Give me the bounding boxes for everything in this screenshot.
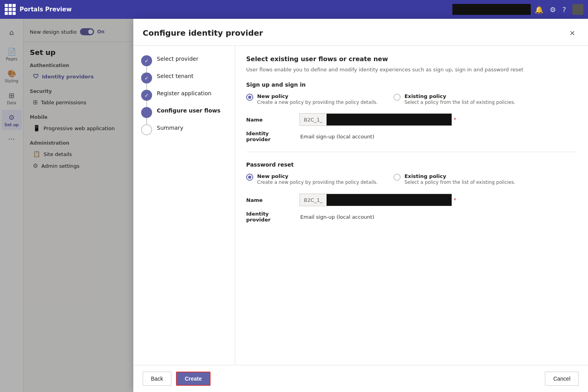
step5-circle xyxy=(141,124,152,135)
main-layout: ⌂ 📄 Pages 🎨 Styling ⊞ Data ⚙ Set up ··· … xyxy=(0,19,588,392)
step2-circle: ✓ xyxy=(141,73,152,83)
password-new-policy-label: New policy xyxy=(257,173,378,179)
password-name-row: Name B2C_1_ * xyxy=(246,194,577,206)
password-existing-policy-radio[interactable] xyxy=(394,174,401,181)
signup-name-prefix: B2C_1_ xyxy=(299,113,327,126)
signup-section-heading: Sign up and sign in xyxy=(246,82,577,88)
signup-identity-provider-value: Email sign-up (local account) xyxy=(299,134,374,140)
modal-title: Configure identity provider xyxy=(143,28,263,38)
signup-existing-policy-radio[interactable] xyxy=(394,94,401,101)
signup-existing-policy-text: Existing policy Select a policy from the… xyxy=(405,93,515,106)
password-new-policy-desc: Create a new policy by providing the pol… xyxy=(257,179,378,186)
signup-name-required: * xyxy=(454,116,456,123)
back-button[interactable]: Back xyxy=(143,372,171,386)
password-identity-provider-label: Identity provider xyxy=(246,211,293,223)
password-new-policy-text: New policy Create a new policy by provid… xyxy=(257,173,378,186)
user-avatar[interactable] xyxy=(572,4,583,15)
step4-label: Configure user flows xyxy=(157,106,220,114)
notification-icon[interactable]: 🔔 xyxy=(535,5,543,14)
password-existing-policy-text: Existing policy Select a policy from the… xyxy=(405,173,515,186)
password-name-input[interactable] xyxy=(327,194,452,206)
section-divider xyxy=(246,152,577,152)
modal-body: ✓ Select provider ✓ xyxy=(133,46,588,365)
password-identity-provider-row: Identity provider Email sign-up (local a… xyxy=(246,211,577,223)
modal-overlay: Configure identity provider ✕ ✓ Select p… xyxy=(0,19,588,392)
step3-circle: ✓ xyxy=(141,90,152,101)
password-existing-policy-desc: Select a policy from the list of existin… xyxy=(405,179,515,186)
signup-new-policy-label: New policy xyxy=(257,93,378,99)
signup-existing-policy-label: Existing policy xyxy=(405,93,515,99)
waffle-menu[interactable] xyxy=(5,4,16,15)
cancel-button[interactable]: Cancel xyxy=(545,372,579,386)
modal-footer: Back Create Cancel xyxy=(133,365,588,392)
signup-name-label: Name xyxy=(246,117,293,123)
password-name-label: Name xyxy=(246,197,293,203)
password-existing-policy-label: Existing policy xyxy=(405,173,515,179)
step5-label: Summary xyxy=(157,123,183,131)
signup-new-policy-radio[interactable] xyxy=(246,94,253,101)
password-new-policy-radio[interactable] xyxy=(246,174,253,181)
topbar-redacted-area xyxy=(452,4,531,15)
close-button[interactable]: ✕ xyxy=(566,27,579,39)
signup-existing-policy-desc: Select a policy from the list of existin… xyxy=(405,99,515,106)
step4-circle xyxy=(141,107,152,118)
signup-name-row: Name B2C_1_ * xyxy=(246,113,577,126)
signup-existing-policy-option[interactable]: Existing policy Select a policy from the… xyxy=(394,93,515,106)
modal-content: Select existing user flows or create new… xyxy=(235,46,588,365)
settings-icon[interactable]: ⚙ xyxy=(550,5,556,14)
signup-identity-provider-row: Identity provider Email sign-up (local a… xyxy=(246,131,577,142)
topbar: Portals Preview 🔔 ⚙ ? xyxy=(0,0,588,19)
create-button[interactable]: Create xyxy=(176,372,211,386)
password-name-prefix: B2C_1_ xyxy=(299,194,327,206)
content-desc: User flows enable you to define and modi… xyxy=(246,66,577,74)
signup-identity-provider-label: Identity provider xyxy=(246,131,293,142)
signup-new-policy-text: New policy Create a new policy by provid… xyxy=(257,93,378,106)
step-summary: Summary xyxy=(141,124,227,135)
step-register-app: ✓ Register application xyxy=(141,90,227,104)
password-name-input-group: B2C_1_ * xyxy=(299,194,456,206)
help-icon[interactable]: ? xyxy=(562,5,566,14)
step1-circle: ✓ xyxy=(141,55,152,66)
step-configure-flows: Configure user flows xyxy=(141,107,227,121)
modal-panel: Configure identity provider ✕ ✓ Select p… xyxy=(133,19,588,392)
topbar-actions: 🔔 ⚙ ? xyxy=(535,4,583,15)
step-select-provider: ✓ Select provider xyxy=(141,55,227,69)
password-identity-provider-value: Email sign-up (local account) xyxy=(299,214,374,220)
signup-name-input[interactable] xyxy=(327,113,452,126)
app-title: Portals Preview xyxy=(20,6,448,13)
password-name-required: * xyxy=(454,197,456,203)
step2-label: Select tenant xyxy=(157,71,194,79)
password-section-heading: Password reset xyxy=(246,162,577,168)
password-new-policy-option[interactable]: New policy Create a new policy by provid… xyxy=(246,173,378,186)
content-title: Select existing user flows or create new xyxy=(246,55,577,63)
password-radio-group: New policy Create a new policy by provid… xyxy=(246,173,577,186)
password-existing-policy-option[interactable]: Existing policy Select a policy from the… xyxy=(394,173,515,186)
step1-label: Select provider xyxy=(157,54,198,62)
modal-header: Configure identity provider ✕ xyxy=(133,19,588,46)
signup-new-policy-desc: Create a new policy by providing the pol… xyxy=(257,99,378,106)
signup-name-input-group: B2C_1_ * xyxy=(299,113,456,126)
signup-new-policy-option[interactable]: New policy Create a new policy by provid… xyxy=(246,93,378,106)
step-select-tenant: ✓ Select tenant xyxy=(141,73,227,87)
signup-radio-group: New policy Create a new policy by provid… xyxy=(246,93,577,106)
step3-label: Register application xyxy=(157,89,211,96)
wizard-steps: ✓ Select provider ✓ xyxy=(133,46,235,365)
